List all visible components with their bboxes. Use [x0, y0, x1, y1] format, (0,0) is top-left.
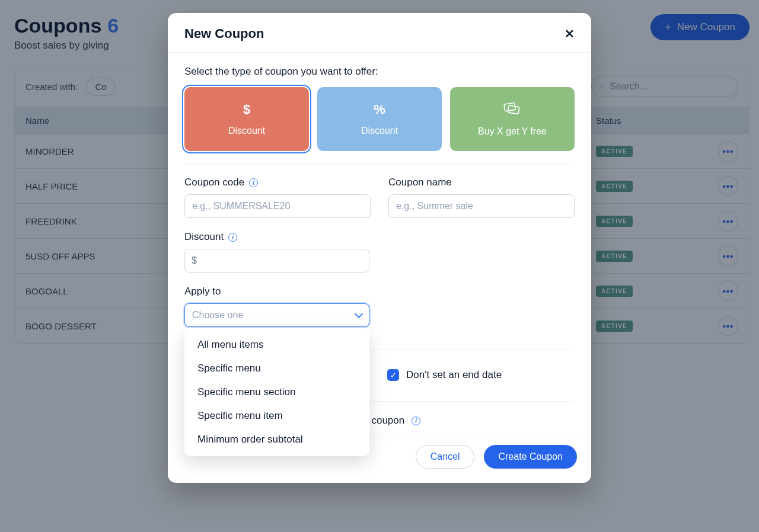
divider: [184, 163, 575, 164]
apply-to-label: Apply to: [184, 286, 221, 297]
info-icon[interactable]: i: [228, 233, 237, 242]
coupon-name-input[interactable]: [388, 194, 575, 218]
no-end-date-checkbox[interactable]: ✓ Don't set an end date: [387, 369, 502, 381]
discount-label: Discount: [184, 231, 224, 243]
dollar-icon: $: [243, 102, 250, 117]
currency-prefix: $: [192, 255, 197, 266]
apply-to-placeholder: Choose one: [192, 310, 243, 321]
dropdown-item[interactable]: Minimum order subtotal: [184, 428, 369, 451]
ticket-icon: [503, 101, 521, 118]
apply-to-dropdown: All menu items Specific menu Specific me…: [184, 328, 369, 456]
new-coupon-modal: New Coupon ✕ Select the type of coupon y…: [168, 13, 591, 483]
discount-input[interactable]: [184, 249, 369, 273]
type-card-percent[interactable]: % Discount: [317, 87, 442, 151]
cancel-button[interactable]: Cancel: [416, 445, 475, 469]
info-icon[interactable]: i: [412, 416, 420, 425]
type-label: Discount: [361, 126, 398, 136]
check-icon: ✓: [387, 369, 399, 381]
type-label: Buy X get Y free: [478, 126, 547, 137]
dropdown-item[interactable]: Specific menu item: [184, 404, 369, 428]
dropdown-item[interactable]: All menu items: [184, 333, 369, 357]
no-end-date-label: Don't set an end date: [406, 369, 502, 381]
type-label: Discount: [228, 126, 265, 136]
coupon-code-input[interactable]: [184, 194, 371, 218]
type-card-dollar[interactable]: $ Discount: [184, 87, 309, 151]
type-card-bogo[interactable]: Buy X get Y free: [450, 87, 575, 151]
modal-header: New Coupon ✕: [168, 13, 591, 53]
coupon-name-label: Coupon name: [388, 177, 452, 188]
coupon-code-label: Coupon code: [184, 177, 244, 188]
dropdown-item[interactable]: Specific menu: [184, 357, 369, 380]
modal-title: New Coupon: [184, 26, 264, 41]
info-icon[interactable]: i: [249, 178, 258, 187]
percent-icon: %: [374, 102, 385, 117]
close-icon[interactable]: ✕: [565, 28, 575, 40]
dropdown-item[interactable]: Specific menu section: [184, 380, 369, 404]
svg-rect-2: [504, 102, 515, 111]
create-coupon-button[interactable]: Create Coupon: [484, 445, 577, 469]
apply-to-select[interactable]: Choose one: [184, 303, 369, 327]
chevron-down-icon: [355, 310, 363, 318]
type-prompt: Select the type of coupon you want to of…: [184, 66, 575, 78]
